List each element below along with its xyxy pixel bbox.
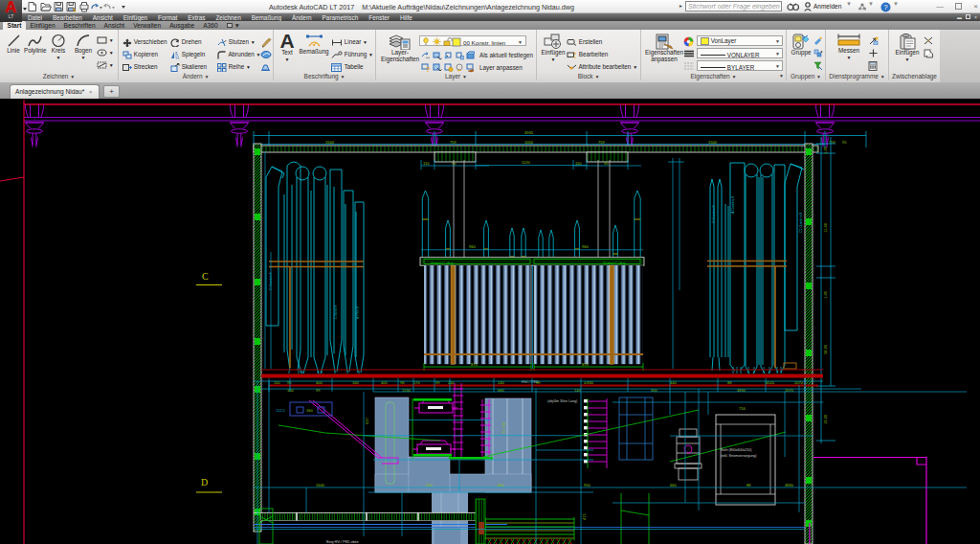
svg-text:160: 160: [306, 408, 313, 413]
svg-text:34.20: 34.20: [823, 344, 828, 354]
svg-text:11.40: 11.40: [823, 222, 828, 232]
svg-text:(obj/4m 30ne Lang): (obj/4m 30ne Lang): [547, 399, 577, 403]
svg-text:759: 759: [598, 140, 605, 145]
svg-text:4830: 4830: [785, 483, 794, 487]
svg-text:1050: 1050: [524, 140, 534, 145]
svg-text:(inkl. Stromversorgung): (inkl. Stromversorgung): [721, 454, 756, 458]
svg-text:19.20: 19.20: [823, 414, 828, 424]
svg-text:637: 637: [365, 418, 369, 424]
svg-text:Berg HVi / PED oben: Berg HVi / PED oben: [326, 540, 359, 544]
svg-text:A Gamba 8: A Gamba 8: [731, 196, 735, 214]
svg-text:90: 90: [604, 161, 609, 166]
svg-text:500: 500: [426, 483, 433, 487]
svg-text:?: ?: [883, 3, 888, 11]
svg-text:875: 875: [471, 362, 478, 367]
svg-text:660: 660: [670, 483, 677, 487]
svg-text:1500: 1500: [708, 140, 718, 145]
svg-text:112.5: 112.5: [276, 408, 285, 413]
svg-text:1.45: 1.45: [823, 290, 828, 299]
svg-text:716: 716: [739, 406, 746, 411]
svg-text:B Prin 8: B Prin 8: [356, 306, 360, 319]
svg-text:Gamst C ab g: Gamst C ab g: [603, 261, 625, 265]
svg-text:1120: 1120: [522, 160, 530, 165]
svg-text:88: 88: [746, 483, 751, 487]
svg-text:960: 960: [469, 244, 476, 249]
svg-text:950: 950: [584, 483, 590, 487]
svg-text:Sehr (800x600x210): Sehr (800x600x210): [721, 448, 752, 452]
svg-text:1640: 1640: [316, 483, 325, 487]
svg-text:73 730: 73 730: [501, 421, 506, 434]
svg-text:1.45: 1.45: [823, 146, 828, 154]
svg-text:4935: 4935: [524, 130, 534, 135]
svg-text:C Bord 8: C Bord 8: [334, 306, 338, 319]
svg-text:960: 960: [582, 244, 589, 249]
svg-text:759: 759: [450, 140, 457, 145]
svg-text:D: D: [201, 477, 208, 487]
svg-text:Gamst C ab g: Gamst C ab g: [431, 261, 453, 265]
svg-text:800: 800: [498, 483, 504, 487]
svg-text:875: 875: [582, 362, 589, 367]
svg-text:90: 90: [452, 161, 457, 166]
svg-text:95: 95: [842, 140, 847, 145]
svg-text:C: C: [202, 271, 209, 282]
svg-text:1500: 1500: [325, 140, 335, 145]
svg-text:110: 110: [423, 161, 430, 166]
svg-text:C1 Gamb a 8: C1 Gamb a 8: [799, 213, 803, 233]
svg-text:415: 415: [582, 513, 587, 520]
svg-text:?: ?: [426, 66, 430, 73]
svg-text:C Gamba 8: C Gamba 8: [712, 206, 716, 223]
